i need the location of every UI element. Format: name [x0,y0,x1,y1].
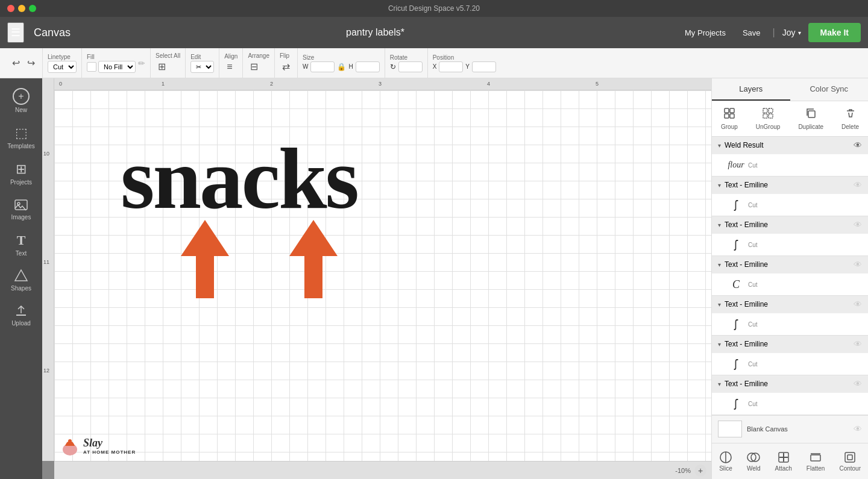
layer-group-emiline-1: ▾ Text - Emiline 👁 ʃ Cut [712,177,868,216]
ruler-mark-2: 2 [270,81,273,87]
attach-button[interactable]: Attach [770,448,797,474]
visibility-icon-emiline-1[interactable]: 👁 [854,180,862,190]
visibility-icon-emiline-3[interactable]: 👁 [854,260,862,269]
zoom-level: -10% [675,467,691,474]
arrow-left-svg [175,220,235,298]
watermark-subtitle: AT HOME MOTHER [83,449,136,455]
sidebar-projects-label: Projects [10,179,32,186]
flatten-label: Flatten [807,465,825,472]
weld-button[interactable]: Weld [742,448,766,474]
save-button[interactable]: Save [738,26,766,40]
layer-item-emiline-3[interactable]: C Cut [712,273,868,295]
zoom-in-button[interactable]: + [694,465,706,477]
flatten-button[interactable]: Flatten [802,448,830,474]
images-icon [14,198,28,212]
menu-button[interactable]: ☰ [7,22,24,43]
edit-label: Edit [190,54,201,60]
contour-button[interactable]: Contour [834,448,866,474]
toolbar-separator: | [773,27,775,38]
close-button[interactable] [7,5,14,12]
fill-group: Fill No Fill ✏ [82,48,151,78]
slice-button[interactable]: Slice [714,448,737,474]
arrange-group: Arrange ⊟ [243,48,275,78]
sidebar-item-images[interactable]: Images [0,193,42,225]
ruler-mark-0: 0 [59,81,62,87]
layer-group-emiline-3-header[interactable]: ▾ Text - Emiline 👁 [712,256,868,273]
visibility-icon-emiline-2[interactable]: 👁 [854,220,862,230]
visibility-icon-emiline-5[interactable]: 👁 [854,339,862,349]
upload-icon [14,304,28,318]
emiline-2-cut-label: Cut [748,242,862,248]
blank-canvas-item[interactable]: Blank Canvas 👁 [712,415,868,442]
layer-item-flour[interactable]: flour Cut [712,154,868,176]
y-input[interactable] [472,61,496,72]
maximize-button[interactable] [29,5,36,12]
layer-group-emiline-5-header[interactable]: ▾ Text - Emiline 👁 [712,336,868,352]
chevron-down-icon: ▾ [718,261,721,268]
select-all-button[interactable]: ⊞ [156,60,168,74]
shapes-icon [14,269,28,283]
sidebar-item-templates[interactable]: ⬚ Templates [0,121,42,154]
visibility-icon-emiline-4[interactable]: 👁 [854,299,862,309]
layer-item-emiline-6[interactable]: ʃ Cut [712,392,868,415]
svg-marker-3 [181,220,229,298]
fill-select[interactable]: No Fill [98,61,136,73]
layer-item-emiline-4[interactable]: ʃ Cut [712,313,868,335]
chevron-down-icon: ▾ [718,222,721,228]
layer-group-weld-header[interactable]: ▾ Weld Result 👁 [712,137,868,154]
group-button[interactable]: Group [716,105,743,133]
make-it-button[interactable]: Make It [808,23,861,42]
sidebar-item-projects[interactable]: ⊞ Projects [0,157,42,190]
edit-select[interactable]: ✂ [190,61,214,73]
rotate-label: Rotate [390,54,407,61]
sidebar-item-new[interactable]: + New [0,83,42,118]
edit-pencil-icon[interactable]: ✏ [138,58,145,68]
duplicate-button[interactable]: Duplicate [793,105,828,133]
height-input[interactable] [356,61,380,72]
tab-layers[interactable]: Layers [712,78,790,101]
flip-label: Flip [280,52,289,59]
width-input[interactable] [310,61,335,72]
layer-group-emiline-1-header[interactable]: ▾ Text - Emiline 👁 [712,177,868,193]
flip-button[interactable]: ⇄ [280,60,292,74]
svg-marker-4 [289,220,338,298]
ungroup-button[interactable]: UnGroup [751,105,785,133]
delete-button[interactable]: Delete [837,105,864,133]
canvas-inner[interactable]: snacks [54,90,711,461]
layer-group-emiline-4-header[interactable]: ▾ Text - Emiline 👁 [712,296,868,313]
sidebar-item-shapes[interactable]: Shapes [0,264,42,296]
undo-button[interactable]: ↩ [10,56,22,70]
arrange-label: Arrange [248,52,269,59]
layer-item-emiline-5[interactable]: ʃ Cut [712,352,868,375]
visibility-icon-weld[interactable]: 👁 [854,140,862,150]
sidebar-item-upload[interactable]: Upload [0,299,42,331]
redo-button[interactable]: ↪ [25,56,37,70]
sidebar-item-text[interactable]: T Text [0,228,42,261]
emiline-6-label: Text - Emiline [725,380,850,388]
user-menu[interactable]: Joy ▾ [782,28,801,37]
ruler-mark-12: 12 [43,368,49,374]
arrange-button[interactable]: ⊟ [248,60,260,74]
align-group: Align ≡ [219,48,243,78]
rotate-input[interactable] [398,61,423,72]
canvas-area[interactable]: 0 1 2 3 4 5 10 11 12 snacks [42,78,711,479]
flour-cut-label: Cut [748,162,862,169]
blank-canvas-visibility-icon[interactable]: 👁 [854,424,862,434]
my-projects-button[interactable]: My Projects [680,26,731,40]
layer-item-emiline-1[interactable]: ʃ Cut [712,193,868,216]
layer-group-emiline-2-header[interactable]: ▾ Text - Emiline 👁 [712,216,868,233]
align-button[interactable]: ≡ [224,60,234,74]
tab-color-sync[interactable]: Color Sync [790,78,869,101]
layers-list: ▾ Weld Result 👁 flour Cut ▾ Text - Emili… [712,137,868,443]
edit-group: Edit ✂ [186,48,219,78]
layer-group-emiline-6-header[interactable]: ▾ Text - Emiline 👁 [712,375,868,392]
svg-rect-8 [730,108,734,113]
linetype-select[interactable]: Cut [48,61,77,73]
minimize-button[interactable] [18,5,25,12]
layer-item-emiline-2[interactable]: ʃ Cut [712,233,868,255]
visibility-icon-emiline-6[interactable]: 👁 [854,379,862,389]
x-input[interactable] [439,61,463,72]
emiline-2-info: Cut [748,242,862,248]
blank-canvas-thumb [718,421,742,437]
fill-color-swatch[interactable] [87,62,96,72]
